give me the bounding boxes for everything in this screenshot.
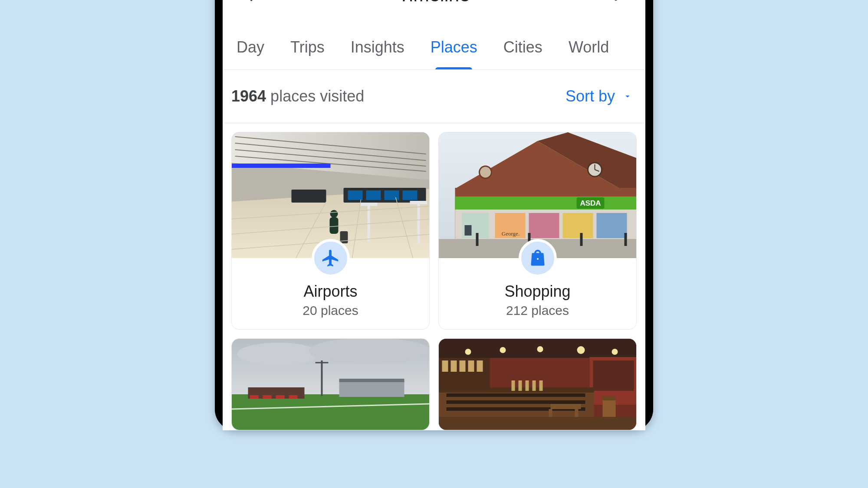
- svg-point-55: [536, 257, 539, 261]
- sort-by-button[interactable]: Sort by: [566, 87, 632, 105]
- place-category-card[interactable]: [438, 338, 637, 430]
- svg-point-58: [309, 339, 430, 364]
- svg-rect-88: [539, 380, 543, 391]
- svg-rect-18: [368, 203, 370, 242]
- places-grid: Airports 20 places: [223, 123, 645, 430]
- svg-rect-64: [263, 395, 272, 399]
- svg-point-73: [500, 347, 506, 353]
- svg-point-76: [612, 349, 618, 355]
- place-category-card-shopping[interactable]: ASDA George.: [438, 132, 637, 330]
- card-subtitle: 212 places: [443, 303, 632, 318]
- svg-rect-86: [526, 380, 529, 391]
- svg-rect-54: [625, 233, 627, 246]
- svg-rect-47: [563, 213, 593, 238]
- svg-point-74: [537, 346, 543, 352]
- tab-insights[interactable]: Insights: [350, 30, 405, 69]
- page-title: Timeline: [398, 0, 470, 6]
- airplane-icon: [321, 248, 341, 268]
- svg-rect-39: [455, 197, 637, 210]
- svg-point-35: [480, 166, 492, 178]
- device-frame: { "header": { "title": "Timeline" }, "ta…: [215, 0, 653, 430]
- card-title: Shopping: [443, 282, 632, 301]
- svg-rect-95: [551, 404, 581, 409]
- places-summary-bar: 1964 places visited Sort by: [223, 70, 645, 123]
- svg-point-72: [465, 349, 471, 355]
- svg-rect-14: [348, 190, 363, 200]
- dropdown-icon: [623, 92, 632, 101]
- svg-rect-65: [276, 395, 285, 399]
- more-menu-button[interactable]: [604, 0, 628, 7]
- svg-rect-24: [340, 231, 348, 243]
- svg-rect-60: [339, 380, 404, 397]
- place-category-card-airports[interactable]: Airports 20 places: [231, 132, 430, 330]
- svg-rect-94: [477, 360, 483, 372]
- svg-rect-66: [289, 395, 298, 399]
- card-cover-image: [439, 339, 636, 430]
- tab-places[interactable]: Places: [430, 30, 478, 69]
- card-cover-image: ASDA George.: [439, 132, 636, 258]
- svg-rect-81: [447, 393, 585, 397]
- svg-rect-53: [580, 233, 583, 246]
- svg-rect-16: [385, 190, 399, 200]
- svg-rect-10: [232, 164, 331, 168]
- svg-rect-15: [366, 190, 381, 200]
- sort-by-label: Sort by: [566, 87, 615, 105]
- card-subtitle: 20 places: [236, 303, 425, 318]
- place-category-card[interactable]: [231, 338, 430, 430]
- places-visited-count: 1964 places visited: [231, 87, 364, 105]
- card-cover-image: [232, 132, 429, 258]
- tab-trips[interactable]: Trips: [289, 30, 326, 69]
- shopping-bag-icon: [528, 248, 548, 268]
- category-badge: [312, 239, 350, 277]
- svg-rect-44: [465, 225, 472, 236]
- svg-rect-20: [418, 201, 420, 244]
- tab-world[interactable]: World: [568, 30, 610, 69]
- svg-rect-93: [468, 360, 474, 372]
- svg-rect-46: [529, 213, 559, 238]
- places-count-label: places visited: [270, 87, 364, 105]
- tab-cities[interactable]: Cities: [503, 30, 543, 69]
- more-vertical-icon: [608, 0, 624, 3]
- svg-rect-23: [330, 217, 339, 234]
- svg-rect-63: [250, 395, 259, 399]
- svg-rect-19: [360, 203, 378, 206]
- svg-rect-90: [442, 360, 448, 372]
- card-title: Airports: [236, 282, 425, 301]
- screen: { "header": { "title": "Timeline" }, "ta…: [223, 0, 645, 430]
- svg-rect-13: [292, 190, 326, 203]
- svg-rect-84: [512, 380, 515, 391]
- back-button[interactable]: [240, 0, 264, 7]
- svg-text:George.: George.: [502, 230, 519, 237]
- svg-rect-61: [339, 379, 404, 382]
- svg-rect-59: [232, 394, 429, 430]
- svg-rect-17: [403, 190, 418, 200]
- tab-bar: Day Trips Insights Places Cities World: [223, 18, 645, 70]
- card-cover-image: [232, 339, 429, 430]
- svg-rect-48: [597, 213, 627, 238]
- svg-rect-21: [410, 201, 427, 204]
- header-bar: Timeline: [223, 0, 645, 18]
- arrow-left-icon: [243, 0, 261, 4]
- svg-rect-78: [593, 360, 634, 391]
- tab-day[interactable]: Day: [236, 30, 265, 69]
- svg-text:ASDA: ASDA: [580, 199, 601, 207]
- svg-point-75: [577, 346, 585, 354]
- svg-point-57: [237, 343, 320, 365]
- svg-rect-91: [451, 360, 457, 372]
- svg-point-22: [330, 210, 338, 218]
- places-count-number: 1964: [231, 87, 266, 105]
- svg-rect-100: [439, 417, 636, 430]
- svg-rect-92: [460, 360, 466, 372]
- svg-rect-99: [603, 396, 616, 400]
- category-badge: [519, 239, 557, 277]
- svg-rect-51: [476, 233, 479, 246]
- svg-rect-87: [533, 380, 536, 391]
- svg-rect-82: [447, 400, 585, 404]
- svg-rect-85: [519, 380, 522, 391]
- svg-point-3: [615, 0, 617, 1]
